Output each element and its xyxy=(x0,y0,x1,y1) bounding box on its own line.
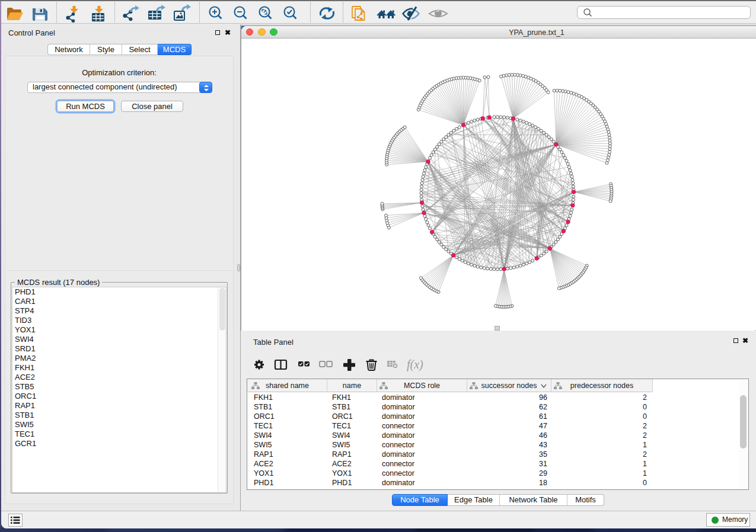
svg-text:f(x): f(x) xyxy=(407,358,423,371)
